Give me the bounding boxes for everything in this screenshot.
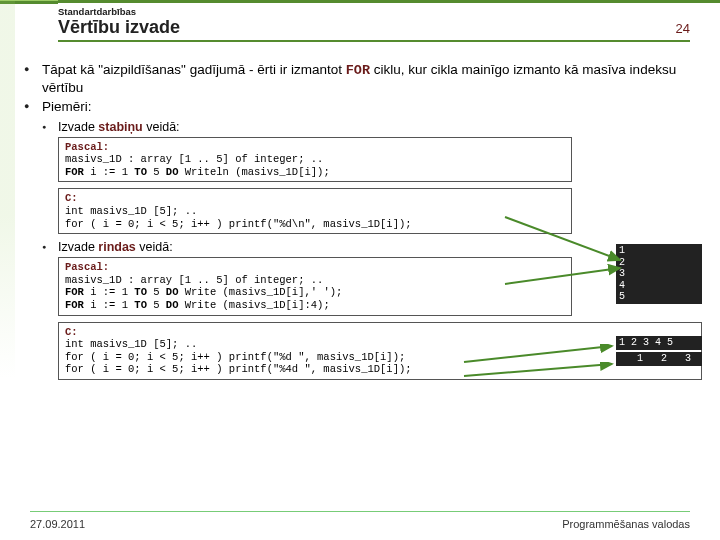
supertitle: Standartdarbības [58,6,690,17]
code-c-row: C: int masivs_1D [5]; .. for ( i = 0; i … [58,322,702,380]
bullet-sub-1: Izvade stabiņu veidā: [40,120,702,134]
for-keyword: FOR [346,63,370,78]
bullet-main-1: Tāpat kā "aizpildīšanas" gadījumā - ērti… [20,62,702,97]
bullet-main-2: Piemēri: [20,99,702,116]
code-pascal-row: Pascal: masivs_1D : array [1 .. 5] of in… [58,257,572,315]
slide-content: Tāpat kā "aizpildīšanas" gadījumā - ērti… [20,62,702,386]
code-pascal-column: Pascal: masivs_1D : array [1 .. 5] of in… [58,137,572,183]
code-c-column: C: int masivs_1D [5]; .. for ( i = 0; i … [58,188,572,234]
bullet-sub-2: Izvade rindas veidā: [40,240,702,254]
output-column: 1 2 3 4 5 [616,244,702,304]
page-number: 24 [676,21,690,36]
output-row-formatted: 1 2 3 4 5 [616,352,702,366]
page-title: Vērtību izvade [58,17,180,38]
slide-footer: 27.09.2011 Programmēšanas valodas [30,511,690,530]
footer-date: 27.09.2011 [30,518,85,530]
output-row-plain: 1 2 3 4 5 [616,336,702,350]
slide-header: Standartdarbības Vērtību izvade 24 [58,6,690,42]
footer-course: Programmēšanas valodas [562,518,690,530]
